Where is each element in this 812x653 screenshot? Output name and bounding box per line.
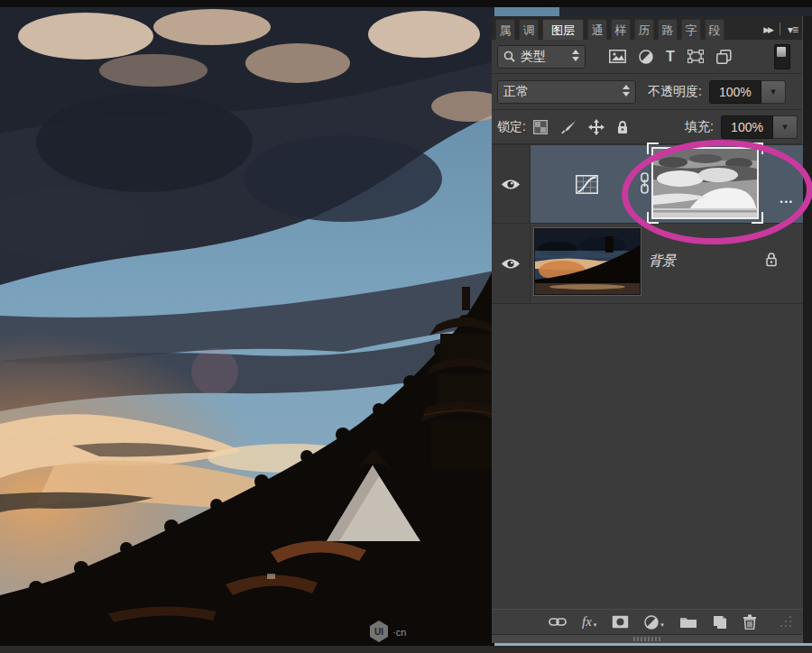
tab-styles[interactable]: 样 — [611, 19, 631, 40]
panel-dock-edge — [802, 16, 812, 643]
tab-character[interactable]: 字 — [681, 19, 701, 40]
opacity-label: 不透明度: — [648, 84, 702, 100]
fill-label: 填充: — [685, 119, 714, 135]
tab-layers[interactable]: 图层 — [542, 19, 584, 40]
blend-mode-select[interactable]: 正常 — [497, 80, 636, 104]
eye-icon — [500, 178, 521, 191]
layer-list: ••• — [492, 144, 803, 609]
dropdown-arrow-icon: ▾ — [660, 621, 664, 629]
trailing-dots: ••• — [780, 198, 794, 207]
tab-history[interactable]: 历 — [634, 19, 654, 40]
mask-selection-corner — [647, 143, 659, 154]
filter-pixel-layers-button[interactable] — [609, 50, 626, 63]
blend-mode-value: 正常 — [503, 84, 529, 100]
lock-fill-row: 锁定: 填充: 100% ▾ — [492, 110, 803, 144]
layer-content-area[interactable]: ••• — [531, 145, 803, 223]
tab-overflow-icon[interactable]: ▶▶ — [763, 25, 776, 40]
tab-paths[interactable]: 路 — [658, 19, 678, 40]
panel-tab-bar: 属 调 图层 通 样 历 路 字 段 ▶▶ ▾≡ — [492, 16, 803, 40]
delete-layer-button[interactable] — [743, 614, 757, 630]
tab-paragraph[interactable]: 段 — [705, 19, 724, 40]
filter-kind-label: 类型 — [521, 49, 546, 65]
panel-menu-icon[interactable]: ▾≡ — [784, 23, 801, 40]
panel-drag-strip[interactable] — [492, 634, 803, 643]
link-layers-button[interactable] — [549, 617, 567, 627]
filter-smart-objects-button[interactable] — [716, 50, 732, 64]
mask-selection-corner — [647, 212, 659, 224]
search-icon — [503, 51, 515, 62]
opacity-dropdown-button[interactable]: ▾ — [761, 80, 786, 104]
fill-value-field[interactable]: 100% — [721, 115, 773, 139]
layers-panel: 属 调 图层 通 样 历 路 字 段 ▶▶ ▾≡ 类型 — [492, 16, 812, 643]
new-group-button[interactable] — [679, 615, 697, 629]
bottom-strip — [0, 646, 812, 653]
background-lock-badge[interactable] — [765, 252, 778, 271]
tab-properties[interactable]: 属 — [495, 19, 515, 40]
lock-pixels-brush-button[interactable] — [559, 120, 577, 134]
layer-filter-row: 类型 T — [492, 40, 803, 74]
svg-text:·cn: ·cn — [392, 627, 406, 638]
layer-mask-thumbnail[interactable] — [651, 147, 759, 219]
add-layer-mask-button[interactable] — [612, 615, 629, 629]
layer-name-background[interactable]: 背景 — [649, 253, 676, 270]
visibility-cell[interactable] — [492, 145, 531, 223]
filter-shape-layers-button[interactable] — [687, 50, 704, 63]
visibility-cell[interactable] — [492, 224, 531, 303]
top-black-strip — [0, 0, 812, 7]
layer-row-curves-adjustment[interactable]: ••• — [492, 145, 803, 224]
mask-selection-corner — [752, 143, 763, 154]
layer-content-area[interactable]: 背景 — [531, 224, 803, 303]
svg-text:UI: UI — [374, 627, 383, 637]
new-layer-button[interactable] — [713, 615, 727, 630]
panel-resize-grip[interactable] — [780, 615, 792, 631]
curves-adjustment-thumbnail[interactable] — [576, 175, 598, 198]
tab-bar-divider — [780, 23, 780, 35]
opacity-value-field[interactable]: 100% — [709, 80, 761, 104]
filter-adjustment-layers-button[interactable] — [639, 50, 653, 64]
updown-arrows-icon — [623, 84, 630, 100]
mask-link-icon[interactable] — [640, 172, 650, 198]
filter-toggle-switch[interactable] — [774, 44, 790, 69]
lock-position-button[interactable] — [588, 119, 604, 135]
filter-kind-select[interactable]: 类型 — [497, 45, 586, 69]
layer-style-button[interactable]: fx ▾ — [582, 614, 596, 630]
mask-selection-corner — [752, 212, 763, 224]
layer-row-background[interactable]: 背景 — [492, 224, 803, 304]
toggle-knob — [777, 47, 786, 57]
lock-transparency-button[interactable] — [533, 120, 548, 134]
tab-adjustments[interactable]: 调 — [519, 19, 539, 40]
new-adjustment-layer-button[interactable]: ▾ — [644, 615, 664, 630]
eye-icon — [500, 257, 521, 271]
updown-arrows-icon — [572, 49, 579, 65]
background-layer-thumbnail[interactable] — [534, 228, 641, 295]
lock-all-button[interactable] — [616, 120, 629, 134]
layers-footer-toolbar: fx ▾ ▾ — [492, 609, 803, 634]
screenshot-root: UI ·cn 属 调 图层 通 样 历 路 字 段 ▶▶ ▾≡ — [0, 0, 812, 653]
lock-label: 锁定: — [497, 119, 526, 135]
dropdown-arrow-icon: ▾ — [594, 621, 597, 629]
filter-type-layers-button[interactable]: T — [666, 50, 675, 64]
blend-opacity-row: 正常 不透明度: 100% ▾ — [492, 74, 803, 110]
tab-channels[interactable]: 通 — [587, 19, 607, 40]
drag-handle-icon — [633, 637, 662, 641]
fill-dropdown-button[interactable]: ▾ — [773, 115, 798, 139]
fx-icon: fx — [582, 614, 592, 630]
